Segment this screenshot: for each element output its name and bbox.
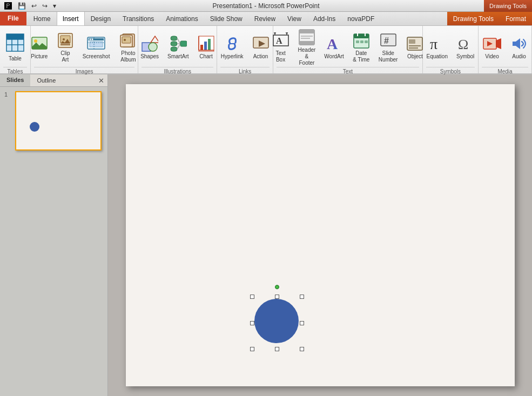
tab-animations[interactable]: Animations	[160, 11, 204, 25]
svg-rect-38	[208, 39, 211, 50]
shapes-label: Shapes	[140, 53, 159, 60]
quick-access-toolbar: 🅿 💾 ↩ ↪ ▾	[4, 2, 58, 10]
slide-panel-tabs: Slides Outline ✕	[0, 74, 107, 87]
picture-label: Picture	[31, 53, 48, 60]
tab-addins[interactable]: Add-Ins	[307, 11, 341, 25]
tab-review[interactable]: Review	[248, 11, 281, 25]
picture-icon	[31, 35, 48, 53]
ribbon: Table Tables Picture	[0, 26, 532, 74]
hyperlink-button[interactable]: Hyperlink	[217, 28, 247, 67]
app-icon: 🅿	[4, 2, 12, 10]
customize-button[interactable]: ▾	[51, 2, 58, 10]
svg-rect-52	[299, 41, 314, 45]
tab-format[interactable]: Format	[500, 11, 532, 25]
textbox-label: TextBox	[275, 50, 285, 63]
svg-point-16	[90, 39, 91, 40]
ribbon-group-links: Hyperlink Action Links	[217, 26, 273, 73]
picture-button[interactable]: Picture	[27, 28, 52, 67]
tab-home[interactable]: Home	[28, 11, 57, 25]
tab-novapdf[interactable]: novaPDF	[341, 11, 380, 25]
chart-icon	[198, 35, 215, 53]
video-label: Video	[485, 53, 499, 60]
circle-shape[interactable]	[254, 299, 299, 343]
handle-top-left[interactable]	[250, 295, 254, 299]
slide-1-thumbnail[interactable]	[15, 91, 102, 151]
headerfooter-label: Header& Footer	[298, 47, 316, 66]
svg-rect-60	[356, 40, 359, 43]
handle-top-right[interactable]	[300, 295, 304, 299]
svg-line-33	[177, 44, 180, 49]
slidenumber-button[interactable]: # SlideNumber	[375, 28, 402, 67]
ribbon-group-symbols: π Equation Ω Symbol Symbols	[423, 26, 479, 73]
equation-button[interactable]: π Equation	[422, 28, 451, 67]
textbox-button[interactable]: A TextBox	[268, 28, 293, 67]
symbol-button[interactable]: Ω Symbol	[453, 28, 478, 67]
slides-list: 1	[0, 87, 107, 396]
screenshot-button[interactable]: Screenshot	[79, 28, 114, 67]
hyperlink-icon	[223, 35, 242, 53]
illustrations-group-label: Illustrations	[142, 67, 213, 74]
tab-transitions[interactable]: Transitions	[117, 11, 160, 25]
close-panel-button[interactable]: ✕	[95, 74, 107, 86]
datetime-button[interactable]: Date& Time	[349, 28, 374, 67]
illustrations-buttons: Shapes SmartArt	[137, 28, 218, 67]
ribbon-group-text: A TextBox	[273, 26, 423, 73]
screenshot-label: Screenshot	[83, 53, 110, 60]
chart-button[interactable]: Chart	[194, 28, 219, 67]
links-buttons: Hyperlink Action	[217, 28, 273, 67]
smartart-button[interactable]: SmartArt	[164, 28, 192, 67]
datetime-icon	[353, 32, 370, 50]
tab-design[interactable]: Design	[85, 11, 117, 25]
audio-button[interactable]: Audio	[507, 28, 531, 67]
handle-bottom-right[interactable]	[300, 347, 304, 351]
tables-group-label: Tables	[3, 67, 27, 74]
svg-rect-37	[204, 42, 207, 50]
handle-top-middle[interactable]	[275, 295, 279, 299]
tab-insert[interactable]: Insert	[57, 11, 85, 25]
undo-button[interactable]: ↩	[30, 2, 38, 10]
left-panel: Slides Outline ✕ 1	[0, 74, 108, 396]
handle-middle-left[interactable]	[250, 321, 254, 325]
headerfooter-button[interactable]: Header& Footer	[294, 28, 320, 67]
redo-button[interactable]: ↪	[41, 2, 49, 10]
video-button[interactable]: Video	[479, 28, 506, 67]
outline-tab[interactable]: Outline	[30, 74, 62, 86]
tab-drawing-tools[interactable]: Drawing Tools	[447, 11, 500, 25]
svg-marker-74	[513, 38, 520, 49]
wordart-button[interactable]: A WordArt	[320, 28, 348, 67]
tab-view[interactable]: View	[281, 11, 307, 25]
slides-tab[interactable]: Slides	[0, 74, 30, 86]
svg-rect-29	[171, 42, 177, 46]
handle-middle-right[interactable]	[300, 321, 304, 325]
table-button[interactable]: Table	[2, 28, 29, 67]
screenshot-icon	[86, 35, 106, 53]
canvas-area[interactable]	[108, 74, 532, 396]
svg-rect-66	[409, 39, 415, 44]
audio-label: Audio	[512, 53, 526, 60]
save-button[interactable]: 💾	[16, 2, 28, 10]
slide-canvas[interactable]	[126, 84, 515, 386]
tab-file[interactable]: File	[0, 11, 26, 25]
shape-container[interactable]	[250, 295, 304, 351]
wordart-icon: A	[326, 35, 343, 53]
ribbon-group-illustrations: Shapes SmartArt	[138, 26, 217, 73]
svg-point-7	[34, 39, 37, 43]
ribbon-tabs: File Home Insert Design Transitions Anim…	[0, 12, 532, 26]
shapes-icon	[141, 35, 158, 53]
svg-rect-57	[354, 34, 369, 38]
svg-rect-30	[171, 47, 177, 51]
datetime-label: Date& Time	[353, 50, 369, 63]
rotate-handle[interactable]	[275, 285, 279, 289]
svg-rect-36	[200, 45, 203, 50]
images-buttons: Picture ClipArt	[27, 28, 142, 67]
slidenumber-icon: #	[380, 32, 397, 50]
shapes-button[interactable]: Shapes	[137, 28, 163, 67]
handle-bottom-middle[interactable]	[275, 347, 279, 351]
media-buttons: Video Audio	[479, 28, 531, 67]
tab-slideshow[interactable]: Slide Show	[204, 11, 248, 25]
hyperlink-label: Hyperlink	[221, 53, 244, 60]
table-icon	[5, 33, 25, 56]
handle-bottom-left[interactable]	[250, 347, 254, 351]
text-group-label: Text	[277, 67, 419, 74]
clipart-button[interactable]: ClipArt	[53, 28, 78, 67]
